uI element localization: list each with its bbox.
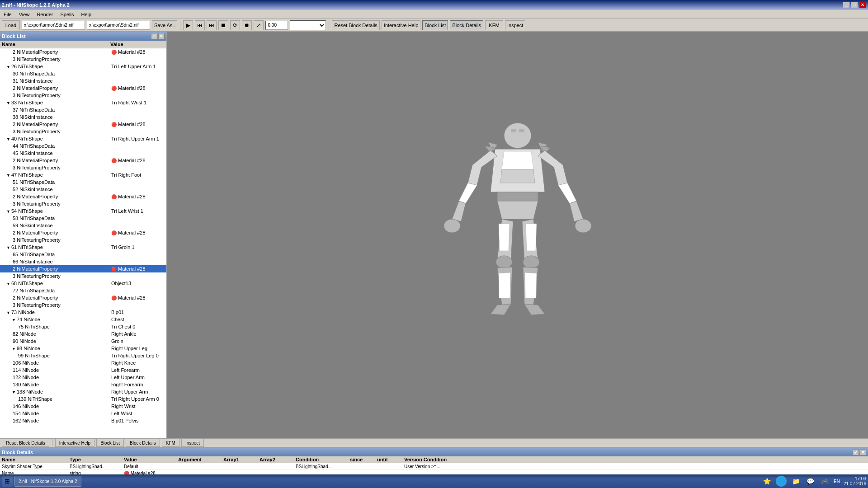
tree-row[interactable]: 72 NiTriShapeData (0, 287, 166, 294)
tree-row[interactable]: 99 NiTriShapeTri Right Upper Leg 0 (0, 352, 166, 359)
tree-row[interactable]: 2 NiMaterialProperty🔴Material #28 (0, 121, 166, 128)
tree-row[interactable]: 2 NiMaterialProperty🔴Material #28 (0, 84, 166, 92)
taskbar-browser-icon[interactable]: 🌐 (776, 476, 787, 487)
tree-row[interactable]: 3 NiTexturingProperty (0, 236, 166, 244)
tree-row[interactable]: 3 NiTexturingProperty (0, 200, 166, 207)
icon-btn-3[interactable]: ⏭ (207, 20, 217, 30)
close-button[interactable]: ✕ (859, 2, 866, 8)
block-list-float-button[interactable]: ⤢ (151, 33, 157, 39)
tree-row[interactable]: 2 NiMaterialProperty🔴Material #28 (0, 157, 166, 164)
tree-row[interactable]: 139 NiTriShapeTri Right Upper Arm 0 (0, 395, 166, 403)
tree-row[interactable]: 3 NiTexturingProperty (0, 301, 166, 309)
tree-row[interactable]: 3 NiTexturingProperty (0, 164, 166, 171)
menu-help[interactable]: Help (79, 11, 93, 18)
minimize-button[interactable]: _ (843, 2, 850, 8)
kfm-button[interactable]: KFM (485, 20, 503, 30)
tree-row[interactable]: ▼68 NiTriShapeObject13 (0, 280, 166, 287)
taskbar-game-icon[interactable]: 🎮 (819, 476, 830, 487)
frame-number[interactable]: 0.00 (265, 21, 288, 30)
block-details-close-button[interactable]: ✕ (860, 449, 866, 455)
tree-row[interactable]: ▼74 NiNodeChest (0, 316, 166, 323)
tree-row[interactable]: ▼138 NiNodeRight Upper Arm (0, 388, 166, 395)
reset-block-details-action-button[interactable]: Reset Block Details (2, 439, 49, 447)
3d-viewport[interactable] (167, 32, 868, 438)
tree-row[interactable]: 2 NiMaterialProperty🔴Material #28 (0, 294, 166, 301)
menu-view[interactable]: View (17, 11, 32, 18)
icon-btn-6[interactable]: ⏺ (242, 20, 252, 30)
tree-row[interactable]: 51 NiTriShapeData (0, 178, 166, 186)
tree-row[interactable]: ▼98 NiNodeRight Upper Leg (0, 345, 166, 352)
taskbar-folder-icon[interactable]: 📁 (790, 476, 801, 487)
menu-file[interactable]: File (2, 11, 14, 18)
icon-btn-5[interactable]: ⟳ (230, 20, 240, 30)
tree-row[interactable]: 114 NiNodeLeft Forearm (0, 366, 166, 374)
menu-spells[interactable]: Spells (58, 11, 75, 18)
start-button[interactable]: ⊞ (2, 476, 13, 487)
tree-row[interactable]: ▼47 NiTriShapeTri Right Foot (0, 171, 166, 178)
interactive-help-button[interactable]: Interactive Help (382, 20, 420, 30)
tree-row[interactable]: 2 NiMaterialProperty🔴Material #28 (0, 193, 166, 200)
block-list-content[interactable]: 2 NiMaterialProperty🔴Material #28 3 NiTe… (0, 48, 166, 438)
tree-row[interactable]: ▼26 NiTriShapeTri Left Upper Arm 1 (0, 63, 166, 70)
save-as-button[interactable]: Save As.. (152, 20, 177, 30)
tree-row[interactable]: 90 NiNodeGroin (0, 338, 166, 345)
tree-row[interactable]: 59 NiSkinInstance (0, 222, 166, 229)
tree-row[interactable]: 154 NiNodeLeft Wrist (0, 410, 166, 417)
tree-row[interactable]: 3 NiTexturingProperty (0, 128, 166, 135)
inspect-action-button[interactable]: Inspect (181, 439, 204, 447)
block-details-title: Block Details (2, 450, 33, 455)
maximize-button[interactable]: □ (851, 2, 858, 8)
block-details-action-button[interactable]: Block Details (126, 439, 160, 447)
tree-row[interactable]: ▼40 NiTriShapeTri Right Upper Arm 1 (0, 135, 166, 142)
inspect-button[interactable]: Inspect (505, 20, 525, 30)
block-list-close-button[interactable]: ✕ (158, 33, 165, 39)
tree-row[interactable]: ▼54 NiTriShapeTri Left Wrist 1 (0, 207, 166, 215)
kfm-action-button[interactable]: KFM (162, 439, 179, 447)
taskbar-star-icon[interactable]: ⭐ (761, 476, 772, 487)
icon-btn-4[interactable]: ⏹ (218, 20, 228, 30)
block-list-action-button[interactable]: Block List (96, 439, 124, 447)
animation-dropdown[interactable] (290, 20, 326, 30)
tree-row[interactable]: 3 NiTexturingProperty (0, 92, 166, 99)
tree-row[interactable]: 75 NiTriShapeTri Chest 0 (0, 323, 166, 330)
tree-row[interactable]: 162 NiNodeBip01 Pelvis (0, 417, 166, 424)
tree-row[interactable]: ▼73 NiNodeBip01 (0, 309, 166, 316)
menu-render[interactable]: Render (35, 11, 55, 18)
tree-row[interactable]: 106 NiNodeRight Knee (0, 359, 166, 366)
nifskope-taskbar-app[interactable]: 2.nif - NifSkope 1.2.0 Alpha 2 (14, 476, 81, 487)
icon-btn-1[interactable]: ▶ (183, 20, 193, 30)
tree-row[interactable]: 122 NiNodeLeft Upper Arm (0, 374, 166, 381)
block-details-float-button[interactable]: ⤢ (853, 449, 859, 455)
taskbar-skype-icon[interactable]: 💬 (805, 476, 816, 487)
tree-row[interactable]: 44 NiTriShapeData (0, 142, 166, 150)
tree-row[interactable]: ▼61 NiTriShapeTri Groin 1 (0, 244, 166, 251)
tree-row[interactable]: 45 NiSkinInstance (0, 150, 166, 157)
load-button[interactable]: Load (2, 20, 20, 30)
tree-row[interactable]: 2 NiMaterialProperty🔴Material #28 (0, 265, 166, 272)
tree-row[interactable]: 130 NiNodeRight Forearm (0, 381, 166, 388)
tree-row[interactable]: 3 NiTexturingProperty (0, 56, 166, 63)
tree-row[interactable]: 65 NiTriShapeData (0, 251, 166, 258)
block-list-button[interactable]: Block List (422, 20, 448, 30)
reset-block-details-button[interactable]: Reset Block Details (332, 20, 379, 30)
tree-row[interactable]: 2 NiMaterialProperty🔴Material #28 (0, 229, 166, 236)
icon-btn-7[interactable]: ⤢ (254, 20, 264, 30)
detail-row[interactable]: Skyrim Shader TypeBSLightingShad...Defau… (0, 463, 868, 470)
icon-btn-2[interactable]: ⏮ (195, 20, 205, 30)
tree-row[interactable]: 66 NiSkinInstance (0, 258, 166, 265)
tree-row[interactable]: 52 NiSkinInstance (0, 186, 166, 193)
tree-row[interactable]: 146 NiNodeRight Wrist (0, 403, 166, 410)
tree-row[interactable]: 3 NiTexturingProperty (0, 272, 166, 280)
interactive-help-action-button[interactable]: Interactive Help (55, 439, 94, 447)
block-details-button[interactable]: Block Details (450, 20, 483, 30)
path-field-2[interactable]: x:\export\armor\Sdn\2.nif (87, 21, 150, 30)
tree-row[interactable]: 82 NiNodeRight Ankle (0, 330, 166, 338)
tree-row[interactable]: 31 NiSkinInstance (0, 77, 166, 84)
tree-row[interactable]: 30 NiTriShapeData (0, 70, 166, 77)
tree-row[interactable]: 58 NiTriShapeData (0, 215, 166, 222)
tree-row[interactable]: 37 NiTriShapeData (0, 106, 166, 113)
tree-row[interactable]: 38 NiSkinInstance (0, 113, 166, 121)
tree-row[interactable]: ▼33 NiTriShapeTri Right Wrist 1 (0, 99, 166, 106)
path-field-1[interactable]: x:\export\armor\Sdn\2.nif (22, 21, 85, 30)
tree-row[interactable]: 2 NiMaterialProperty🔴Material #28 (0, 48, 166, 56)
